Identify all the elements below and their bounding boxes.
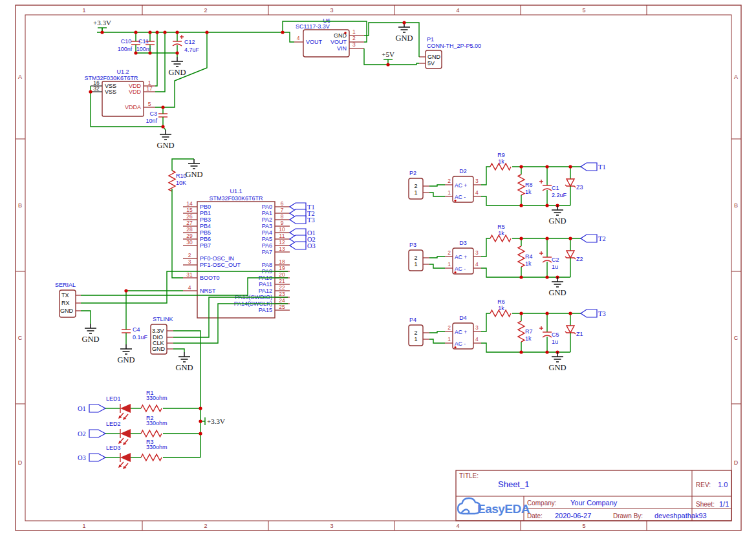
resistor-ref-label: R4 [525, 253, 533, 260]
pin-name: PB1 [200, 210, 211, 216]
pin-number: 4 [475, 336, 479, 342]
date-value[interactable]: 2020-06-27 [555, 512, 591, 519]
pin-number: 30 [186, 239, 193, 246]
pin-name: BOOT0 [200, 275, 220, 281]
gnd-label: GND [395, 34, 413, 43]
value-label: 4.7uF [184, 47, 200, 53]
capacitor-value-label: 1u [552, 264, 558, 270]
junction-dot [545, 236, 548, 240]
schematic-canvas[interactable]: 1122334455AABBCCDD +3.3V C10 100nf C11 1… [0, 0, 756, 535]
port-label: O3 [307, 242, 316, 249]
pin-number: 5 [148, 101, 151, 107]
pin-number: 1 [448, 261, 451, 268]
pin-number: 10 [279, 226, 285, 233]
gnd-label: GND [157, 141, 174, 150]
pin-name: PA5 [262, 236, 272, 242]
pin-name: PF0-OSC_IN [200, 255, 234, 262]
pin-name: VOUT [306, 39, 323, 45]
pin-name: PA12 [259, 288, 272, 294]
resistor-value-label: 330ohm [146, 420, 167, 426]
pin-name: RX [61, 300, 70, 306]
junction-dot [134, 51, 137, 54]
frame-row-label: B [18, 202, 22, 209]
pin-number: 2 [448, 178, 451, 184]
pin-number: 14 [186, 200, 193, 207]
net-flag-5v[interactable]: +5V [382, 50, 394, 58]
junction-dot [545, 275, 548, 278]
pin-number: 28 [186, 226, 193, 233]
resistor-ref-label: R7 [525, 328, 533, 335]
value-label: 100nf [136, 46, 151, 52]
pin-name: PF1-OSC_OUT [200, 262, 241, 268]
frame-column-label: 3 [330, 523, 333, 529]
sheet-title[interactable]: Sheet_1 [498, 479, 529, 489]
pin-number: 2 [352, 35, 356, 41]
junction-dot [89, 90, 92, 93]
pin-number: 22 [279, 284, 285, 291]
part-label: STM32F030K6T6TR [84, 75, 138, 81]
connector-ref-label: P2 [409, 170, 416, 176]
gnd-label: GND [548, 216, 566, 226]
port-label: O3 [78, 454, 86, 461]
capacitor-ref-label: C5 [552, 331, 559, 338]
pin-name: PA4 [262, 229, 272, 236]
part-label: STM32F030K6T6TR [209, 195, 263, 202]
junction-dot [199, 419, 202, 423]
pin-name: PA2 [262, 216, 272, 223]
junction-dot [545, 204, 548, 207]
pin-name: PB0 [200, 204, 211, 210]
pin-name: PB4 [200, 223, 211, 229]
resistor-value-label: 1k [525, 335, 532, 342]
pin-name: 2 [414, 183, 417, 189]
pin-name: GND [152, 346, 166, 352]
pin-name: AC + [455, 254, 467, 260]
pin-number: 2 [188, 252, 191, 258]
pin-name: PA7 [262, 249, 272, 255]
port-label: T3 [598, 310, 606, 317]
value-label: 10K [176, 180, 186, 186]
port-label: T3 [307, 216, 315, 224]
junction-dot [519, 275, 523, 278]
pin-number: 19 [279, 265, 285, 271]
frame-row-label: C [734, 335, 739, 341]
gnd-label: GND [548, 288, 566, 297]
pin-name: GND [427, 54, 441, 60]
pin-name: 3.3V [152, 328, 164, 334]
pin-name: VDD [129, 89, 142, 95]
pin-number: 12 [279, 239, 285, 246]
frame-column-label: 3 [330, 7, 333, 14]
junction-dot [148, 30, 151, 34]
pin-number: 13 [279, 246, 285, 252]
pin-number: 2 [448, 324, 451, 331]
mcu-U1.1[interactable]: U1.1 STM32F030K6T6TR 14PB015PB126PB327PB… [183, 188, 290, 318]
resistor-value-label: 1k [525, 189, 532, 195]
bridge-ref-label: D3 [459, 240, 467, 246]
bridge-ref-label: D2 [459, 168, 467, 174]
resistor-ref-label: R9 [497, 152, 505, 158]
pin-name: PA0 [262, 204, 272, 210]
frame-row-label: B [734, 202, 738, 209]
junction-dot [568, 236, 572, 240]
pin-number: 18 [279, 258, 285, 265]
pin-name: VIN [337, 45, 347, 52]
sheet-value[interactable]: 1/1 [719, 500, 729, 508]
pin-name: 2 [414, 330, 417, 336]
ref-label: C11 [138, 38, 149, 45]
ref-label: STLINK [153, 316, 173, 322]
pin-number: 17 [146, 85, 153, 92]
pin-number: 1 [352, 28, 356, 35]
junction-dot [402, 21, 405, 24]
capacitor-value-label: 1u [552, 339, 558, 345]
rev-value[interactable]: 1.0 [718, 481, 728, 488]
pin-number: 26 [186, 213, 193, 220]
drawn-by-value[interactable]: deveshpathak93 [654, 512, 707, 519]
bridge-ref-label: D4 [459, 315, 467, 321]
pin1-marker [454, 200, 456, 202]
pin-number: 4 [475, 261, 479, 268]
led-ref-label: LED2 [106, 421, 121, 427]
net-flag-3v3[interactable]: +3.3V [93, 19, 111, 26]
pin-name: 5V [427, 60, 435, 67]
company-value[interactable]: Your Company [570, 499, 618, 507]
gnd-label: GND [175, 363, 193, 372]
pin-name: 1 [414, 336, 417, 342]
